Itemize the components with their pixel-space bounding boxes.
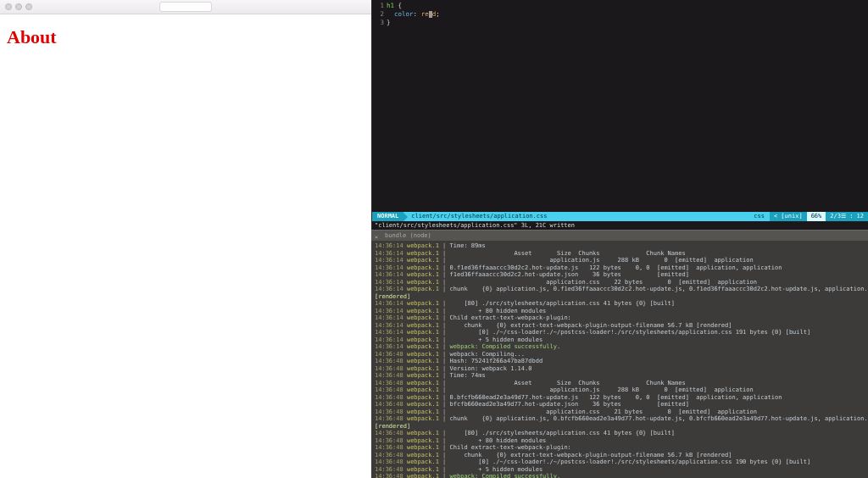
right-column: 1h1 {2 color: red;3} NORMAL client/src/s… bbox=[371, 0, 868, 478]
log-line: [rendered] bbox=[375, 423, 865, 431]
log-line: 14:36:48 webpack.1 | chunk {0} extract-t… bbox=[375, 452, 865, 459]
traffic-close-icon[interactable] bbox=[5, 3, 12, 10]
code-editor[interactable]: 1h1 {2 color: red;3} NORMAL client/src/s… bbox=[371, 0, 868, 230]
log-line: 14:36:14 webpack.1 | Child extract-text-… bbox=[375, 314, 865, 322]
vim-percent: 66% bbox=[807, 212, 826, 221]
vim-filetype: css bbox=[748, 212, 770, 221]
page-heading: About bbox=[7, 26, 364, 48]
log-line: 14:36:14 webpack.1 | + 80 hidden modules bbox=[375, 308, 865, 315]
log-line: 14:36:48 webpack.1 | Time: 74ms bbox=[375, 372, 865, 380]
log-line: 14:36:14 webpack.1 | webpack: Compiled s… bbox=[375, 343, 865, 351]
code-text[interactable]: h1 { bbox=[387, 2, 402, 10]
log-line: 14:36:14 webpack.1 | [80] ./src/styleshe… bbox=[375, 300, 865, 308]
log-line: 14:36:48 webpack.1 | chunk {0} applicati… bbox=[375, 415, 865, 423]
log-line: 14:36:48 webpack.1 | + 5 hidden modules bbox=[375, 466, 865, 474]
editor-line[interactable]: 2 color: red; bbox=[372, 10, 868, 19]
log-line: 14:36:48 webpack.1 | webpack: Compiled s… bbox=[375, 473, 865, 478]
code-text[interactable]: } bbox=[387, 19, 391, 27]
vim-message-line: "client/src/stylesheets/application.css"… bbox=[372, 221, 868, 230]
vim-file-path: client/src/stylesheets/application.css bbox=[408, 212, 748, 221]
address-bar[interactable] bbox=[159, 2, 212, 12]
vim-status-right: css < [unix] 66% 2/3☰ : 12 bbox=[748, 212, 868, 221]
log-line: 14:36:48 webpack.1 | [0] ./~/css-loader!… bbox=[375, 459, 865, 466]
log-line: 14:36:48 webpack.1 | Hash: 75241f266a47b… bbox=[375, 358, 865, 365]
terminal-title-bar: × bundle (node) bbox=[371, 230, 868, 241]
log-line: 14:36:48 webpack.1 | bfcfb660ead2e3a49d7… bbox=[375, 401, 865, 409]
vim-mode: NORMAL bbox=[372, 212, 403, 221]
terminal-pane[interactable]: × bundle (node) 14:36:14 webpack.1 | Tim… bbox=[371, 230, 868, 478]
editor-line[interactable]: 3} bbox=[372, 19, 868, 27]
log-line: 14:36:14 webpack.1 | f1ed36ffaaaccc30d2c… bbox=[375, 271, 865, 279]
terminal-output[interactable]: 14:36:14 webpack.1 | Time: 89ms14:36:14 … bbox=[371, 241, 868, 478]
log-line: 14:36:14 webpack.1 | chunk {0} extract-t… bbox=[375, 322, 865, 330]
log-line: 14:36:48 webpack.1 | Asset Size Chunks C… bbox=[375, 380, 865, 387]
browser-window: About bbox=[0, 0, 371, 478]
terminal-title: bundle (node) bbox=[375, 232, 431, 239]
log-line: 14:36:48 webpack.1 | [80] ./src/styleshe… bbox=[375, 430, 865, 437]
vim-encoding: < [unix] bbox=[770, 212, 807, 221]
vim-status-line: NORMAL client/src/stylesheets/applicatio… bbox=[372, 212, 868, 221]
browser-toolbar bbox=[0, 0, 371, 14]
close-icon[interactable]: × bbox=[375, 232, 378, 242]
browser-viewport: About bbox=[0, 14, 371, 60]
log-line: 14:36:14 webpack.1 | + 5 hidden modules bbox=[375, 336, 865, 344]
window-controls[interactable] bbox=[0, 3, 32, 10]
traffic-min-icon[interactable] bbox=[15, 3, 22, 10]
screen-split: About 1h1 {2 color: red;3} NORMAL client… bbox=[0, 0, 868, 478]
log-line: [rendered] bbox=[375, 293, 865, 301]
traffic-max-icon[interactable] bbox=[25, 3, 32, 10]
log-line: 14:36:48 webpack.1 | + 80 hidden modules bbox=[375, 437, 865, 445]
log-line: 14:36:48 webpack.1 | application.css 21 … bbox=[375, 409, 865, 416]
log-line: 14:36:48 webpack.1 | webpack: Compiling.… bbox=[375, 351, 865, 358]
line-number: 1 bbox=[372, 2, 387, 10]
log-line: 14:36:14 webpack.1 | 0.f1ed36ffaaaccc30d… bbox=[375, 264, 865, 272]
vim-position: 2/3☰ : 12 bbox=[826, 212, 868, 221]
log-line: 14:36:14 webpack.1 | application.css 22 … bbox=[375, 279, 865, 286]
log-line: 14:36:48 webpack.1 | 0.bfcfb660ead2e3a49… bbox=[375, 394, 865, 402]
log-line: 14:36:14 webpack.1 | [0] ./~/css-loader!… bbox=[375, 329, 865, 336]
editor-line[interactable]: 1h1 { bbox=[372, 2, 868, 10]
log-line: 14:36:14 webpack.1 | Asset Size Chunks C… bbox=[375, 250, 865, 258]
log-line: 14:36:48 webpack.1 | Child extract-text-… bbox=[375, 444, 865, 452]
log-line: 14:36:48 webpack.1 | application.js 288 … bbox=[375, 386, 865, 394]
line-number: 2 bbox=[372, 10, 387, 19]
editor-content[interactable]: 1h1 {2 color: red;3} bbox=[372, 0, 868, 27]
code-text[interactable]: color: red; bbox=[387, 10, 440, 19]
log-line: 14:36:14 webpack.1 | chunk {0} applicati… bbox=[375, 286, 865, 293]
log-line: 14:36:14 webpack.1 | application.js 288 … bbox=[375, 257, 865, 264]
line-number: 3 bbox=[372, 19, 387, 27]
log-line: 14:36:14 webpack.1 | Time: 89ms bbox=[375, 242, 865, 250]
log-line: 14:36:48 webpack.1 | Version: webpack 1.… bbox=[375, 365, 865, 373]
